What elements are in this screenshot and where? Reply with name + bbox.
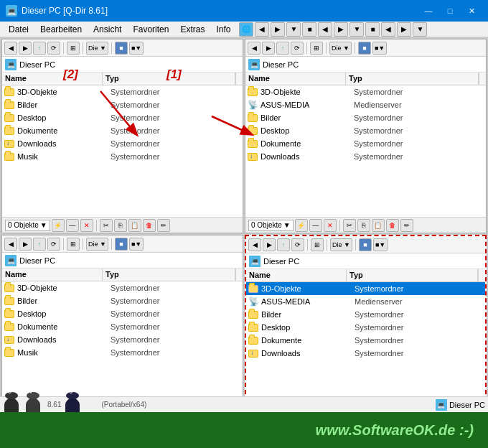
view-btn-bl[interactable]: ⊞ xyxy=(67,238,80,251)
cut-btn-tl[interactable]: ✂ xyxy=(100,219,113,232)
minus-btn-tl[interactable]: — xyxy=(66,219,79,232)
tb-icon-2[interactable]: ▶ xyxy=(271,22,285,37)
tb-icon-4[interactable]: ■ xyxy=(302,22,316,37)
file-row[interactable]: 📡 ASUS-MEDIA Medienserver xyxy=(246,295,485,308)
del-btn-tl[interactable]: 🗑 xyxy=(143,219,156,232)
col-name-bl[interactable]: Name xyxy=(2,269,103,281)
up-btn-tl[interactable]: ↑ xyxy=(33,42,46,55)
fwd-btn-bl[interactable]: ▶ xyxy=(19,238,32,251)
fwd-btn-tr[interactable]: ▶ xyxy=(262,42,275,55)
file-row[interactable]: 3D-Objekte Systemordner xyxy=(2,85,243,98)
del-btn-tr[interactable]: 🗑 xyxy=(386,219,399,232)
tb-icon-9[interactable]: ◀ xyxy=(381,22,395,37)
file-row[interactable]: 📡 ASUS-MEDIA Medienserver xyxy=(245,98,486,111)
file-row[interactable]: Desktop Systemordner xyxy=(246,321,485,334)
menu-bearbeiten[interactable]: Bearbeiten xyxy=(34,23,88,36)
rename-btn-tl[interactable]: ✏ xyxy=(157,219,170,232)
sort-btn-tr[interactable]: ■▼ xyxy=(372,42,387,55)
file-row[interactable]: Downloads Systemordner xyxy=(2,333,243,346)
tb-icon-3[interactable]: ▼ xyxy=(286,22,301,37)
file-row[interactable]: Downloads Systemordner xyxy=(2,137,243,150)
col-type-br[interactable]: Typ xyxy=(347,269,478,281)
file-row[interactable]: Bilder Systemordner xyxy=(2,294,243,307)
up-btn-bl[interactable]: ↑ xyxy=(33,238,46,251)
tb-icon-1[interactable]: ◀ xyxy=(255,22,269,37)
back-btn-bl[interactable]: ◀ xyxy=(4,238,17,251)
tb-icon-5[interactable]: ◀ xyxy=(318,22,332,37)
minus-btn-tr[interactable]: — xyxy=(309,219,322,232)
menu-datei[interactable]: Datei xyxy=(3,23,34,36)
tb-icon-11[interactable]: ▼ xyxy=(413,22,427,37)
sort-btn-tl[interactable]: ■▼ xyxy=(129,42,144,55)
die-btn-tr[interactable]: Die ▼ xyxy=(329,42,352,55)
file-row[interactable]: Downloads Systemordner xyxy=(246,347,485,360)
file-row[interactable]: Bilder Systemordner xyxy=(246,308,485,321)
menu-extras[interactable]: Extras xyxy=(174,23,210,36)
file-row[interactable]: Desktop Systemordner xyxy=(2,111,243,124)
fwd-btn-br[interactable]: ▶ xyxy=(263,238,276,251)
up-btn-tr[interactable]: ↑ xyxy=(276,42,289,55)
sort-btn-bl[interactable]: ■▼ xyxy=(129,238,144,251)
view-btn-br[interactable]: ⊞ xyxy=(311,238,324,251)
col-type-tr[interactable]: Typ xyxy=(346,73,479,85)
paste-btn-tl[interactable]: 📋 xyxy=(128,219,141,232)
tb-icon-10[interactable]: ▶ xyxy=(397,22,411,37)
size-btn-bl[interactable]: ■ xyxy=(115,238,128,251)
x-btn-tr[interactable]: ✕ xyxy=(324,219,337,232)
file-row[interactable]: Dokumente Systemordner xyxy=(2,124,243,137)
size-btn-tl[interactable]: ■ xyxy=(115,42,128,55)
maximize-button[interactable]: □ xyxy=(439,4,461,18)
fwd-btn-tl[interactable]: ▶ xyxy=(19,42,32,55)
paste-btn-tr[interactable]: 📋 xyxy=(372,219,385,232)
die-btn-tl[interactable]: Die ▼ xyxy=(86,42,108,55)
view-btn-tl[interactable]: ⊞ xyxy=(67,42,80,55)
rename-btn-tr[interactable]: ✏ xyxy=(400,219,413,232)
die-btn-bl[interactable]: Die ▼ xyxy=(86,238,108,251)
col-name-tr[interactable]: Name xyxy=(245,73,346,85)
tb-icon-6[interactable]: ▶ xyxy=(334,22,348,37)
file-row[interactable]: Musik Systemordner xyxy=(2,346,243,359)
back-btn-br[interactable]: ◀ xyxy=(248,238,261,251)
size-btn-br[interactable]: ■ xyxy=(359,238,372,251)
copy-btn-tr[interactable]: ⎘ xyxy=(357,219,370,232)
file-row[interactable]: Musik Systemordner xyxy=(2,150,243,163)
file-row[interactable]: Desktop Systemordner xyxy=(2,307,243,320)
view-btn-tr[interactable]: ⊞ xyxy=(310,42,323,55)
tb-icon-8[interactable]: ■ xyxy=(365,22,380,37)
lightning-btn-tr[interactable]: ⚡ xyxy=(295,219,308,232)
refresh-btn-bl[interactable]: ⟳ xyxy=(47,238,60,251)
size-btn-tr[interactable]: ■ xyxy=(358,42,371,55)
status-dropdown-tl[interactable]: 0 Objekte ▼ xyxy=(5,220,50,231)
file-row[interactable]: Downloads Systemordner xyxy=(245,150,486,163)
refresh-btn-tr[interactable]: ⟳ xyxy=(291,42,304,55)
status-dropdown-tr[interactable]: 0 Objekte ▼ xyxy=(248,220,294,231)
file-row[interactable]: Desktop Systemordner xyxy=(245,124,486,137)
file-row[interactable]: Bilder Systemordner xyxy=(245,111,486,124)
col-type-tl[interactable]: Typ xyxy=(103,73,235,85)
back-btn-tr[interactable]: ◀ xyxy=(248,42,261,55)
cut-btn-tr[interactable]: ✂ xyxy=(343,219,356,232)
globe-icon[interactable]: 🌐 xyxy=(239,22,253,37)
copy-btn-tl[interactable]: ⎘ xyxy=(114,219,127,232)
file-row[interactable]: 3D-Objekte Systemordner xyxy=(2,281,243,294)
file-row[interactable]: Dokumente Systemordner xyxy=(246,334,485,347)
back-btn-tl[interactable]: ◀ xyxy=(4,42,17,55)
refresh-btn-tl[interactable]: ⟳ xyxy=(47,42,60,55)
col-name-tl[interactable]: Name xyxy=(2,73,103,85)
lightning-btn-tl[interactable]: ⚡ xyxy=(52,219,65,232)
x-btn-tl[interactable]: ✕ xyxy=(80,219,93,232)
tb-icon-7[interactable]: ▼ xyxy=(349,22,364,37)
close-button[interactable]: ✕ xyxy=(461,4,482,18)
col-name-br[interactable]: Name xyxy=(246,269,347,281)
file-row-selected[interactable]: 3D-Objekte Systemordner xyxy=(246,282,485,295)
file-row[interactable]: 3D-Objekte Systemordner xyxy=(245,85,486,98)
up-btn-br[interactable]: ↑ xyxy=(277,238,290,251)
file-row[interactable]: Bilder Systemordner xyxy=(2,98,243,111)
col-type-bl[interactable]: Typ xyxy=(103,269,235,281)
file-row[interactable]: Dokumente Systemordner xyxy=(2,320,243,333)
sort-btn-br[interactable]: ■▼ xyxy=(373,238,388,251)
file-row[interactable]: Dokumente Systemordner xyxy=(245,137,486,150)
menu-info[interactable]: Info xyxy=(210,23,236,36)
minimize-button[interactable]: — xyxy=(418,4,439,18)
menu-ansicht[interactable]: Ansicht xyxy=(88,23,127,36)
